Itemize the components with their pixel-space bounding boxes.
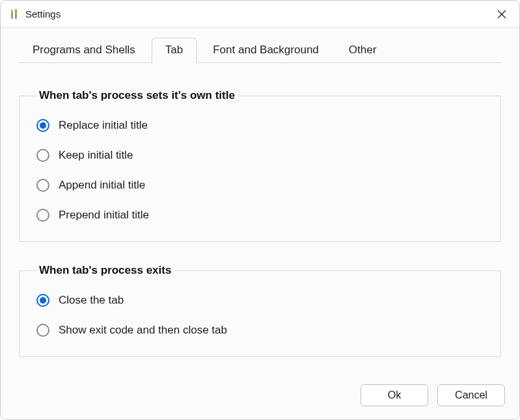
radio-keep-initial-title[interactable]: Keep initial title xyxy=(36,142,484,168)
group-exit-behavior: When tab's process exits Close the tab S… xyxy=(19,264,501,357)
radio-prepend-initial-title[interactable]: Prepend initial title xyxy=(36,202,484,228)
tab-font-and-background[interactable]: Font and Background xyxy=(199,38,333,63)
tab-strip: Programs and Shells Tab Font and Backgro… xyxy=(19,36,501,63)
app-icon xyxy=(8,8,20,20)
tab-label: Programs and Shells xyxy=(33,44,135,56)
settings-window: Settings Programs and Shells Tab Font an… xyxy=(0,0,520,420)
tab-content: When tab's process sets it's own title R… xyxy=(19,63,501,379)
radio-show-exit-code[interactable]: Show exit code and then close tab xyxy=(36,317,484,343)
tab-programs-and-shells[interactable]: Programs and Shells xyxy=(19,38,149,63)
cancel-button[interactable]: Cancel xyxy=(437,384,505,406)
radio-label: Keep initial title xyxy=(59,149,133,162)
svg-rect-0 xyxy=(11,11,13,19)
client-area: Programs and Shells Tab Font and Backgro… xyxy=(1,28,519,419)
svg-rect-1 xyxy=(15,9,17,14)
radio-icon xyxy=(36,294,49,307)
button-label: Ok xyxy=(388,389,401,401)
close-icon xyxy=(497,10,506,19)
button-label: Cancel xyxy=(455,389,487,401)
group-legend: When tab's process sets it's own title xyxy=(36,89,238,102)
radio-close-the-tab[interactable]: Close the tab xyxy=(36,287,484,313)
group-title-behavior: When tab's process sets it's own title R… xyxy=(19,89,501,242)
radio-label: Append initial title xyxy=(59,179,145,192)
radio-icon xyxy=(36,324,49,337)
radio-label: Replace initial title xyxy=(59,119,148,132)
group-legend: When tab's process exits xyxy=(36,264,174,277)
radio-replace-initial-title[interactable]: Replace initial title xyxy=(36,112,484,138)
ok-button[interactable]: Ok xyxy=(361,384,428,406)
tab-label: Tab xyxy=(165,44,183,56)
tab-tab[interactable]: Tab xyxy=(152,38,197,64)
radio-append-initial-title[interactable]: Append initial title xyxy=(36,172,484,198)
tab-label: Font and Background xyxy=(213,44,319,56)
radio-icon xyxy=(36,149,49,162)
window-title: Settings xyxy=(25,8,491,20)
radio-icon xyxy=(36,179,49,192)
radio-label: Close the tab xyxy=(59,294,124,307)
svg-rect-2 xyxy=(16,14,17,19)
titlebar: Settings xyxy=(1,1,519,28)
tab-other[interactable]: Other xyxy=(335,38,390,63)
tab-label: Other xyxy=(349,44,377,56)
radio-label: Show exit code and then close tab xyxy=(59,324,227,337)
radio-label: Prepend initial title xyxy=(59,209,149,222)
close-button[interactable] xyxy=(491,5,513,24)
radio-icon xyxy=(36,209,49,222)
radio-icon xyxy=(36,119,49,132)
dialog-buttons: Ok Cancel xyxy=(361,384,505,406)
